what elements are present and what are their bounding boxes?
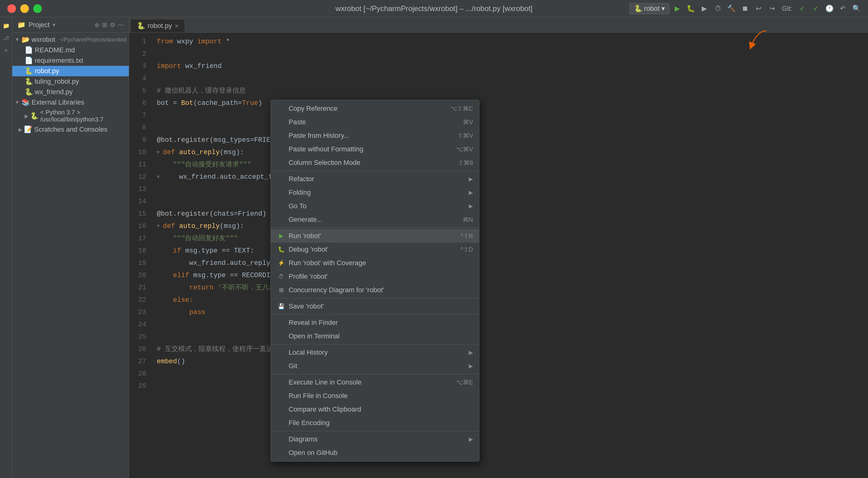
menu-item-reveal-finder[interactable]: Reveal in Finder	[271, 316, 479, 329]
menu-item-diagrams[interactable]: Diagrams ▶	[271, 432, 479, 446]
run-coverage-button[interactable]: ▶	[699, 3, 710, 14]
tree-root-item[interactable]: ▼ 📂 wxrobot ~/PycharmProjects/wxrobot	[12, 34, 129, 45]
line-numbers: 12345 678910 1112131415 1617181920 21222…	[129, 33, 151, 478]
menu-item-run-coverage[interactable]: ⚡ Run 'robot' with Coverage	[271, 256, 479, 270]
menu-item-run[interactable]: ▶ Run 'robot' ^⇧R	[271, 229, 479, 243]
editor-body[interactable]: 12345 678910 1112131415 1617181920 21222…	[129, 33, 868, 478]
tree-item-wxfriend[interactable]: 🐍 wx_friend.py	[12, 87, 129, 97]
run-file-label: Run File in Console	[289, 392, 348, 400]
code-line-8	[157, 122, 868, 134]
menu-item-column-selection[interactable]: Column Selection Mode ⇧⌘8	[271, 156, 479, 170]
build-button[interactable]: 🔨	[726, 3, 737, 14]
git-push-button[interactable]: ✓	[810, 3, 821, 14]
python-icon: 🐍	[30, 112, 38, 120]
execute-line-shortcut: ⌥⌘E	[456, 379, 473, 386]
menu-item-folding[interactable]: Folding ▶	[271, 186, 479, 199]
menu-item-local-history[interactable]: Local History ▶	[271, 346, 479, 359]
paste-history-icon	[277, 131, 285, 140]
tree-item-requirements[interactable]: 📄 requirements.txt	[12, 55, 129, 66]
menu-item-open-github[interactable]: Open on GitHub	[271, 446, 479, 459]
extlibs-label: External Libraries	[32, 98, 84, 107]
code-line-11: """自动接受好友请求"""	[157, 159, 868, 171]
project-panel-title: 📁	[17, 21, 26, 29]
paste-history-shortcut: ⇧⌘V	[458, 132, 473, 139]
menu-item-generate[interactable]: Generate... ⌘N	[271, 213, 479, 227]
python-arrow-icon: ▶	[25, 113, 28, 119]
paste-label: Paste	[289, 118, 306, 126]
project-tool-button[interactable]: 📁	[1, 20, 12, 31]
git-commit-button[interactable]: ✓	[797, 3, 808, 14]
menu-item-run-file[interactable]: Run File in Console	[271, 389, 479, 402]
run-config-selector[interactable]: 🐍 robot ▾	[629, 3, 670, 14]
diagrams-arrow-icon: ▶	[469, 436, 473, 443]
menu-item-paste[interactable]: Paste ⌘V	[271, 115, 479, 129]
tree-item-readme[interactable]: 📄 README.md	[12, 45, 129, 55]
menu-item-compare-clipboard[interactable]: Compare with Clipboard	[271, 402, 479, 416]
code-line-3: import wx_friend	[157, 60, 868, 72]
close-button[interactable]	[7, 4, 16, 13]
local-history-label: Local History	[289, 349, 328, 357]
profile-button[interactable]: ⏱	[712, 3, 723, 14]
expand-icon[interactable]: ⊞	[102, 21, 107, 29]
run-coverage-robot-label: Run 'robot' with Coverage	[289, 259, 366, 267]
local-history-arrow-icon: ▶	[469, 349, 473, 356]
menu-item-profile[interactable]: ⏱ Profile 'robot'	[271, 270, 479, 283]
code-line-12: ▼ wx_friend.auto_accept_friends(ms	[157, 171, 868, 183]
menu-item-paste-no-format[interactable]: Paste without Formatting ⌥⌘V	[271, 142, 479, 156]
save-icon: 💾	[277, 302, 285, 311]
run-button[interactable]: ▶	[672, 3, 683, 14]
run-file-icon	[277, 392, 285, 400]
debug-button[interactable]: 🐛	[685, 3, 696, 14]
menu-item-save[interactable]: 💾 Save 'robot'	[271, 300, 479, 313]
menu-item-paste-history[interactable]: Paste from History... ⇧⌘V	[271, 129, 479, 142]
locate-icon[interactable]: ⊕	[94, 21, 100, 29]
window-title: wxrobot [~/PycharmProjects/wxrobot] – ..…	[336, 4, 533, 13]
menu-item-open-terminal[interactable]: Open in Terminal	[271, 329, 479, 343]
structure-tool-button[interactable]: ≡	[1, 45, 12, 56]
redo-button[interactable]: ↪	[767, 3, 778, 14]
code-line-13	[157, 183, 868, 196]
code-line-6: bot = Bot(cache_path=True)	[157, 97, 868, 110]
git-rollback-button[interactable]: ↶	[837, 3, 848, 14]
git-label: Git:	[780, 5, 794, 12]
menu-item-execute-line[interactable]: Execute Line in Console ⌥⌘E	[271, 376, 479, 389]
concurrency-icon: ⊞	[277, 286, 285, 294]
menu-item-goto[interactable]: Go To ▶	[271, 199, 479, 213]
tab-close-button[interactable]: ✕	[175, 23, 179, 29]
git-history-button[interactable]: 🕐	[824, 3, 835, 14]
minimize-panel-icon[interactable]: —	[118, 21, 124, 29]
tab-robot-py[interactable]: 🐍 robot.py ✕	[130, 19, 185, 32]
minimize-button[interactable]	[20, 4, 29, 13]
menu-item-file-encoding[interactable]: File Encoding	[271, 416, 479, 430]
tree-item-python[interactable]: ▶ 🐍 < Python 3.7 > /usr/local/bin/python…	[12, 108, 129, 124]
column-selection-icon	[277, 158, 285, 167]
tree-item-scratches[interactable]: ▶ 📝 Scratches and Consoles	[12, 124, 129, 135]
tree-item-tuling[interactable]: 🐍 tuling_robot.py	[12, 76, 129, 87]
execute-line-icon	[277, 378, 285, 387]
code-line-18: if msg.type == TEXT:	[157, 245, 868, 257]
code-line-4	[157, 72, 868, 85]
main-layout: 📁 ⎇ ≡ 📁 Project ▾ ⊕ ⊞ ⚙ — ▼ 📂 wxrobot ~/…	[0, 17, 868, 478]
tab-file-icon: 🐍	[137, 22, 145, 30]
menu-item-concurrency[interactable]: ⊞ Concurrency Diagram for 'robot'	[271, 283, 479, 297]
vcs-tool-button[interactable]: ⎇	[1, 33, 12, 44]
local-history-icon	[277, 348, 285, 357]
code-line-1: from wxpy import *	[157, 36, 868, 48]
menu-item-debug[interactable]: 🐛 Debug 'robot' ^⇧D	[271, 243, 479, 256]
traffic-lights	[0, 4, 42, 13]
tree-item-robot[interactable]: 🐍 robot.py	[12, 66, 129, 76]
readme-label: README.md	[35, 46, 75, 54]
settings-icon[interactable]: ⚙	[110, 21, 115, 29]
project-tree: ▼ 📂 wxrobot ~/PycharmProjects/wxrobot 📄 …	[12, 33, 129, 478]
code-area[interactable]: from wxpy import * import wx_friend # 微信…	[151, 33, 868, 478]
menu-item-git[interactable]: Git ▶	[271, 359, 479, 373]
tree-item-extlibs[interactable]: ▼ 📚 External Libraries	[12, 97, 129, 108]
menu-item-copy-reference[interactable]: Copy Reference ⌥⇧⌘C	[271, 102, 479, 115]
fullscreen-button[interactable]	[33, 4, 42, 13]
copy-ref-icon	[277, 104, 285, 113]
undo-button[interactable]: ↩	[753, 3, 764, 14]
stop-button[interactable]: ⏹	[740, 3, 751, 14]
search-button[interactable]: 🔍	[851, 3, 862, 14]
menu-item-refactor[interactable]: Refactor ▶	[271, 172, 479, 186]
code-line-19: wx_friend.auto_reply(msg	[157, 257, 868, 269]
